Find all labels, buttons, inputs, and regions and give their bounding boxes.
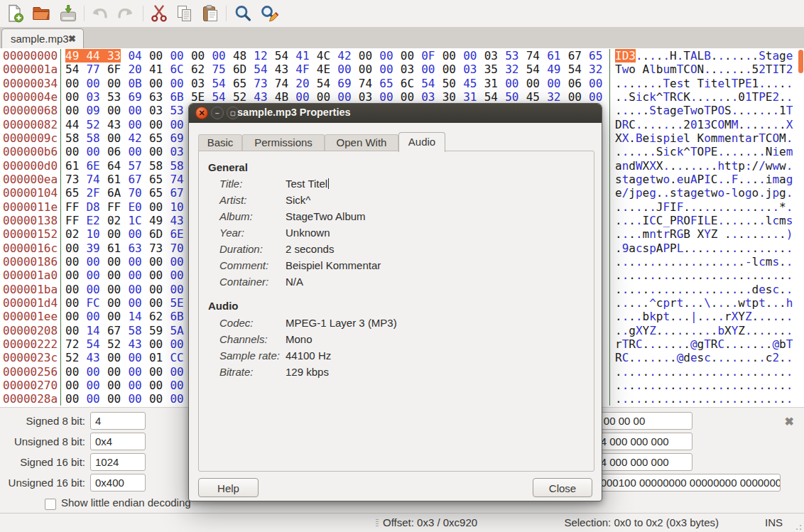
ascii-char[interactable]: T — [663, 90, 670, 104]
ascii-char[interactable]: O — [772, 131, 779, 145]
ascii-char[interactable]: a — [629, 173, 636, 186]
hex-byte[interactable]: 00 — [568, 90, 582, 104]
ascii-char[interactable]: . — [738, 227, 745, 241]
ascii-char[interactable]: . — [724, 351, 732, 364]
hex-byte[interactable]: 0B — [128, 77, 141, 90]
ascii-char[interactable]: . — [752, 49, 759, 63]
ascii-char[interactable]: S — [649, 104, 656, 117]
ascii-char[interactable]: . — [636, 49, 643, 63]
ascii-char[interactable]: . — [615, 310, 622, 323]
ascii-char[interactable]: L — [677, 241, 684, 255]
ascii-char[interactable]: . — [690, 241, 697, 255]
hex-byte[interactable]: 57 — [128, 159, 141, 173]
hex-byte[interactable]: 54 — [317, 77, 330, 90]
ascii-char[interactable]: . — [759, 200, 766, 214]
vertical-scrollbar-thumb[interactable] — [798, 50, 803, 73]
hex-byte[interactable]: 61 — [107, 241, 121, 255]
ascii-char[interactable]: . — [738, 173, 745, 186]
ascii-char[interactable]: e — [677, 131, 684, 145]
hex-byte[interactable]: 10 — [170, 200, 183, 214]
hex-byte[interactable]: 58 — [128, 324, 141, 337]
ascii-char[interactable]: C — [649, 214, 656, 227]
hex-byte[interactable]: 53 — [505, 49, 518, 63]
ascii-char[interactable]: . — [711, 351, 718, 364]
hex-byte[interactable]: 00 — [65, 90, 79, 104]
ascii-char[interactable]: . — [649, 392, 656, 406]
ascii-char[interactable]: . — [779, 365, 786, 379]
hex-byte[interactable]: D8 — [86, 200, 99, 214]
ascii-char[interactable]: T — [752, 90, 759, 104]
ascii-char[interactable]: . — [738, 268, 745, 282]
hex-byte[interactable]: 03 — [359, 90, 372, 104]
find-replace-button[interactable] — [260, 4, 278, 23]
ascii-char[interactable]: H — [670, 49, 677, 63]
ascii-char[interactable]: . — [629, 77, 636, 90]
ascii-char[interactable]: . — [786, 324, 793, 337]
hex-byte[interactable]: 00 — [65, 392, 79, 406]
hex-byte[interactable]: 00 — [107, 77, 121, 90]
hex-byte[interactable]: 65 — [149, 131, 163, 145]
ascii-char[interactable]: M — [779, 131, 786, 145]
little-endian-checkbox[interactable] — [45, 499, 56, 510]
ascii-char[interactable]: . — [636, 379, 643, 392]
ascii-char[interactable]: C — [683, 63, 690, 76]
ascii-char[interactable]: . — [649, 283, 656, 296]
ascii-char[interactable]: . — [670, 255, 677, 268]
hex-byte[interactable]: 00 — [149, 283, 163, 296]
hex-byte[interactable]: 00 — [149, 392, 163, 406]
hex-byte[interactable]: FF — [65, 214, 79, 227]
ascii-char[interactable]: t — [649, 173, 656, 186]
ascii-char[interactable]: . — [643, 351, 650, 364]
ascii-char[interactable]: T — [677, 63, 684, 76]
ascii-char[interactable]: . — [615, 379, 622, 392]
ascii-char[interactable]: l — [752, 255, 759, 268]
hex-byte[interactable]: 54 — [212, 90, 225, 104]
ascii-char[interactable]: . — [786, 283, 793, 296]
ascii-char[interactable]: T — [779, 63, 786, 76]
ascii-char[interactable]: . — [711, 296, 718, 310]
hex-byte[interactable]: 00 — [170, 49, 183, 63]
ascii-char[interactable]: . — [745, 173, 752, 186]
hex-byte[interactable]: 32 — [505, 63, 518, 76]
ascii-char[interactable]: . — [663, 186, 670, 200]
ascii-char[interactable]: . — [677, 159, 684, 173]
ascii-char[interactable]: . — [738, 49, 745, 63]
ascii-char[interactable]: . — [717, 310, 724, 323]
hex-byte[interactable]: 74 — [526, 49, 540, 63]
ascii-char[interactable]: i — [636, 90, 643, 104]
ascii-char[interactable]: . — [766, 268, 773, 282]
hex-byte[interactable]: 74 — [275, 77, 288, 90]
ascii-char[interactable]: . — [663, 255, 670, 268]
ascii-char[interactable]: e — [724, 131, 732, 145]
ascii-char[interactable]: P — [663, 241, 670, 255]
hex-byte[interactable]: 5A — [170, 324, 183, 337]
ascii-char[interactable]: . — [786, 131, 793, 145]
ascii-char[interactable]: s — [766, 283, 773, 296]
ascii-char[interactable]: t — [759, 296, 766, 310]
ascii-char[interactable]: . — [717, 255, 724, 268]
ascii-char[interactable]: . — [732, 200, 739, 214]
ascii-char[interactable]: . — [663, 118, 670, 131]
ascii-char[interactable]: . — [697, 90, 705, 104]
ascii-char[interactable]: . — [732, 227, 739, 241]
ascii-char[interactable]: O — [717, 104, 724, 117]
hex-byte[interactable]: 00 — [170, 77, 183, 90]
ascii-char[interactable]: . — [636, 296, 643, 310]
hex-byte[interactable]: 59 — [149, 324, 163, 337]
ascii-char[interactable]: . — [752, 337, 759, 351]
ascii-char[interactable]: . — [636, 392, 643, 406]
ascii-char[interactable]: . — [656, 337, 663, 351]
hex-byte[interactable]: 03 — [86, 90, 99, 104]
ascii-char[interactable]: . — [786, 186, 793, 200]
hex-byte[interactable]: 43 — [170, 214, 183, 227]
ascii-char[interactable]: . — [704, 255, 711, 268]
hex-byte[interactable]: 00 — [86, 392, 99, 406]
ascii-char[interactable]: . — [622, 296, 629, 310]
ascii-char[interactable]: . — [717, 90, 724, 104]
ascii-char[interactable]: . — [717, 214, 724, 227]
ascii-char[interactable]: . — [697, 283, 705, 296]
ascii-char[interactable]: . — [745, 227, 752, 241]
hex-byte[interactable]: 00 — [128, 227, 141, 241]
hex-byte[interactable]: 49 — [547, 63, 560, 76]
ascii-char[interactable]: C — [766, 131, 773, 145]
